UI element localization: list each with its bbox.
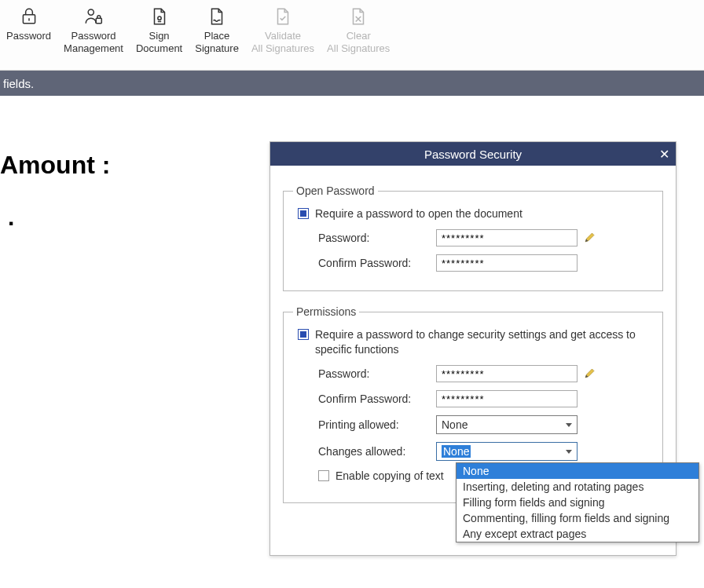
- require-open-password-label: Require a password to open the document: [315, 206, 653, 221]
- ribbon-label: Clear All Signatures: [327, 30, 390, 55]
- checkbox-icon[interactable]: [298, 329, 309, 340]
- changes-allowed-select[interactable]: None: [436, 442, 578, 461]
- perm-confirm-label: Confirm Password:: [318, 393, 436, 405]
- open-confirm-label: Confirm Password:: [318, 257, 436, 269]
- perm-confirm-input[interactable]: [436, 390, 578, 407]
- chevron-down-icon: [566, 423, 572, 427]
- open-password-group: Open Password Require a password to open…: [283, 184, 663, 291]
- ribbon-toolbar: Password Password Management Sign Docume…: [0, 0, 704, 71]
- changes-allowed-value: None: [442, 445, 471, 458]
- dialog-title-text: Password Security: [424, 148, 522, 161]
- checkbox-icon[interactable]: [318, 470, 329, 481]
- perm-password-row: Password:: [318, 365, 653, 382]
- bullet-mark: .: [8, 204, 14, 231]
- dropdown-option[interactable]: Any except extract pages: [456, 526, 698, 542]
- printing-allowed-label: Printing allowed:: [318, 418, 436, 431]
- ribbon-item-password-management[interactable]: Password Management: [57, 5, 130, 55]
- ribbon-item-password[interactable]: Password: [0, 5, 57, 42]
- dropdown-option[interactable]: Commenting, filling form fields and sign…: [456, 510, 698, 526]
- require-perm-password-label: Require a password to change security se…: [315, 327, 653, 357]
- dialog-titlebar: Password Security ✕: [270, 142, 676, 166]
- open-confirm-input[interactable]: [436, 254, 578, 272]
- doc-sig-icon: [204, 5, 229, 28]
- require-open-password-row[interactable]: Require a password to open the document: [298, 206, 653, 221]
- ribbon-item-place-signature[interactable]: Place Signature: [189, 5, 245, 55]
- close-icon[interactable]: ✕: [659, 147, 669, 162]
- open-password-legend: Open Password: [293, 184, 378, 197]
- printing-allowed-value: None: [442, 418, 468, 431]
- ribbon-label: Validate All Signatures: [251, 30, 314, 55]
- changes-allowed-row: Changes allowed: None: [318, 442, 653, 461]
- perm-password-label: Password:: [318, 367, 436, 380]
- ribbon-item-sign-document[interactable]: Sign Document: [130, 5, 189, 55]
- ribbon-item-clear-all: Clear All Signatures: [321, 5, 396, 55]
- perm-password-input[interactable]: [436, 365, 578, 382]
- person-lock-icon: [81, 5, 106, 28]
- dropdown-option[interactable]: None: [456, 463, 698, 479]
- info-bar: fields.: [0, 71, 704, 96]
- ribbon-label: Sign Document: [136, 30, 182, 55]
- doc-check-icon: [270, 5, 295, 28]
- svg-point-4: [157, 16, 160, 20]
- perm-confirm-row: Confirm Password:: [318, 390, 653, 407]
- info-bar-text: fields.: [3, 77, 34, 90]
- printing-allowed-select[interactable]: None: [436, 415, 578, 434]
- checkbox-icon[interactable]: [298, 208, 309, 219]
- chevron-down-icon: [566, 450, 572, 454]
- edit-pencil-icon[interactable]: [584, 367, 596, 380]
- permissions-legend: Permissions: [293, 305, 359, 318]
- doc-clear-icon: [346, 5, 371, 28]
- changes-allowed-label: Changes allowed:: [318, 445, 436, 458]
- amount-label: Amount :: [0, 151, 110, 180]
- svg-rect-3: [96, 18, 101, 23]
- dropdown-option[interactable]: Inserting, deleting and rotating pages: [456, 479, 698, 495]
- open-password-input[interactable]: [436, 229, 578, 247]
- lock-icon: [16, 5, 42, 28]
- open-password-label: Password:: [318, 232, 436, 244]
- open-password-row: Password:: [318, 229, 653, 247]
- ribbon-label: Place Signature: [195, 30, 239, 55]
- require-perm-password-row[interactable]: Require a password to change security se…: [298, 327, 653, 357]
- ribbon-label: Password: [6, 30, 51, 42]
- edit-pencil-icon[interactable]: [584, 232, 596, 244]
- doc-pen-icon: [147, 5, 172, 28]
- changes-allowed-dropdown[interactable]: None Inserting, deleting and rotating pa…: [456, 462, 699, 542]
- ribbon-item-validate-all: Validate All Signatures: [245, 5, 321, 55]
- dropdown-option[interactable]: Filling form fields and signing: [456, 495, 698, 510]
- open-confirm-row: Confirm Password:: [318, 254, 653, 272]
- svg-point-2: [88, 9, 94, 15]
- ribbon-label: Password Management: [64, 30, 123, 55]
- printing-allowed-row: Printing allowed: None: [318, 415, 653, 434]
